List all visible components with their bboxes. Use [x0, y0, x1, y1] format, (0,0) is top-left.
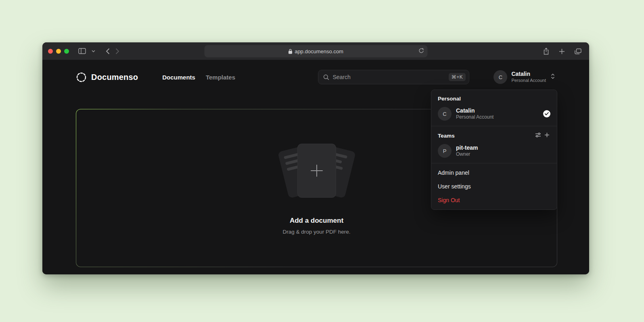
browser-window: app.documenso.com	[42, 42, 589, 274]
account-subtitle: Personal Account	[511, 78, 546, 84]
menu-item-user-settings[interactable]: User settings	[431, 180, 557, 193]
lock-icon	[288, 49, 292, 54]
chevron-up-down-icon	[551, 73, 555, 81]
sidebar-chevron-icon[interactable]	[89, 46, 98, 57]
sidebar-toggle-icon[interactable]	[75, 46, 89, 57]
teams-section-row: Teams	[431, 129, 557, 141]
brand-name: Documenso	[91, 73, 138, 82]
manage-teams-icon[interactable]	[533, 131, 543, 139]
documenso-app: Documenso Documents Templates ⌘+K C Cata…	[42, 60, 589, 274]
nav-documents[interactable]: Documents	[162, 74, 195, 81]
account-menu-button[interactable]: C Catalin Personal Account	[493, 70, 555, 84]
menu-divider	[431, 126, 557, 126]
search-box[interactable]: ⌘+K	[318, 70, 469, 84]
account-menu: Personal C Catalin Personal Account Team…	[431, 90, 557, 210]
reload-icon[interactable]	[418, 48, 424, 55]
back-icon[interactable]	[103, 46, 113, 57]
dropzone-subtitle: Drag & drop your PDF here.	[282, 229, 350, 235]
account-name: Catalin	[511, 71, 546, 78]
address-url: app.documenso.com	[295, 48, 343, 54]
selected-check	[543, 110, 550, 117]
check-icon	[543, 110, 550, 117]
menu-divider	[431, 163, 557, 163]
create-team-plus-icon[interactable]	[543, 131, 551, 139]
forward-icon[interactable]	[113, 46, 122, 57]
documenso-logo-icon	[76, 72, 87, 83]
menu-item-sign-out[interactable]: Sign Out	[431, 193, 557, 207]
zoom-window-button[interactable]	[64, 49, 69, 54]
menu-item-admin-panel[interactable]: Admin panel	[431, 166, 557, 180]
personal-account-text: Catalin Personal Account	[456, 107, 493, 121]
app-header: Documenso Documents Templates ⌘+K C Cata…	[42, 60, 589, 94]
add-document-plus-icon	[311, 165, 323, 177]
dropzone-title: Add a document	[290, 217, 343, 225]
close-window-button[interactable]	[48, 49, 53, 54]
brand-home-link[interactable]: Documenso	[76, 72, 138, 83]
team-item-text: pit-team Owner	[456, 144, 478, 158]
nav-templates[interactable]: Templates	[206, 74, 235, 81]
search-icon	[323, 74, 329, 80]
toolbar-right-actions	[540, 42, 584, 60]
personal-avatar: C	[438, 107, 452, 121]
team-avatar: P	[438, 144, 452, 158]
team-item-pit-team[interactable]: P pit-team Owner	[431, 141, 557, 161]
minimize-window-button[interactable]	[56, 49, 61, 54]
teams-section-heading: Teams	[431, 129, 533, 141]
traffic-lights	[48, 49, 69, 54]
search-input[interactable]	[332, 74, 445, 80]
team-role: Owner	[456, 151, 478, 158]
team-name: pit-team	[456, 144, 478, 151]
share-icon[interactable]	[540, 46, 552, 57]
main-nav: Documents Templates	[162, 74, 235, 81]
tab-overview-icon[interactable]	[572, 46, 584, 57]
new-tab-plus-icon[interactable]	[556, 46, 568, 57]
browser-toolbar: app.documenso.com	[42, 42, 589, 60]
document-stack-illustration	[272, 142, 361, 202]
address-bar[interactable]: app.documenso.com	[204, 45, 427, 57]
search-shortcut-badge: ⌘+K	[449, 73, 466, 81]
document-card-center	[298, 144, 336, 197]
personal-section-heading: Personal	[431, 92, 557, 104]
account-avatar: C	[493, 70, 507, 84]
account-text: Catalin Personal Account	[511, 71, 546, 83]
personal-subtitle: Personal Account	[456, 114, 493, 121]
personal-name: Catalin	[456, 107, 493, 114]
personal-account-item[interactable]: C Catalin Personal Account	[431, 104, 557, 123]
